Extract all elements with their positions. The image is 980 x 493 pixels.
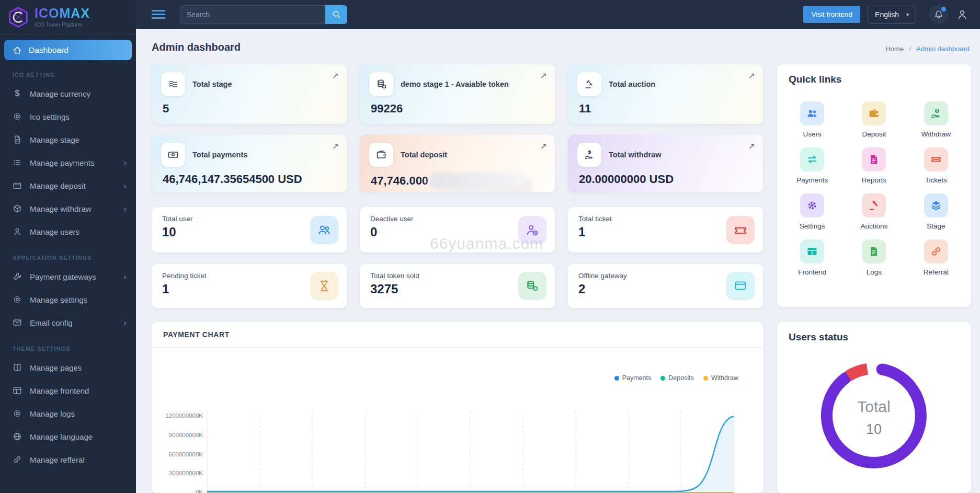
dollar-icon: $ bbox=[13, 89, 22, 98]
quick-link-label: Settings bbox=[800, 222, 825, 230]
stat-card-available-token: ↗ demo stage 1 - Avaiable token 99226 bbox=[360, 64, 555, 124]
hand-dollar-icon bbox=[584, 149, 595, 160]
sidebar-item-manage-language[interactable]: Manage language bbox=[0, 425, 136, 448]
sidebar-item-manage-withdraw[interactable]: Manage withdraw › bbox=[0, 197, 136, 220]
breadcrumb-home-link[interactable]: Home bbox=[885, 45, 904, 53]
card-icon bbox=[734, 279, 747, 293]
package-icon bbox=[13, 204, 22, 213]
gear-icon bbox=[13, 295, 22, 304]
quick-link-deposit[interactable]: Deposit bbox=[843, 97, 905, 143]
stat-value: 47,746.000 bbox=[369, 173, 545, 188]
quick-link-label: Reports bbox=[862, 176, 886, 184]
user-icon bbox=[13, 227, 22, 236]
profile-button[interactable] bbox=[956, 8, 968, 21]
wallet-icon bbox=[375, 149, 387, 160]
sidebar-item-label: Manage settings bbox=[30, 295, 87, 304]
sidebar-item-manage-stage[interactable]: Manage stage bbox=[0, 128, 136, 151]
stat-label: demo stage 1 - Avaiable token bbox=[401, 80, 509, 88]
stat-card-total-withdraw: ↗ Total withdraw 20.00000000 USD bbox=[568, 135, 763, 192]
quick-link-payments[interactable]: Payments bbox=[781, 143, 843, 189]
sidebar-item-email-config[interactable]: Email config › bbox=[0, 311, 136, 334]
external-link-arrow-icon[interactable]: ↗ bbox=[332, 71, 339, 81]
user-minus-icon bbox=[525, 223, 540, 237]
quick-link-reports[interactable]: Reports bbox=[843, 143, 905, 189]
stat-card-total-payments: ↗ Total payments 46,746,147.35654500 USD bbox=[152, 135, 347, 192]
sidebar-item-label: Email config bbox=[30, 318, 73, 327]
quick-link-frontend[interactable]: Frontend bbox=[781, 235, 843, 281]
external-link-arrow-icon[interactable]: ↗ bbox=[540, 141, 547, 151]
sidebar-item-dashboard[interactable]: Dashboard bbox=[4, 40, 132, 60]
notification-badge bbox=[941, 7, 946, 12]
chevron-right-icon: › bbox=[123, 204, 127, 213]
search-input[interactable] bbox=[180, 5, 325, 24]
chevron-down-icon: ▾ bbox=[906, 12, 909, 17]
stat-value: 11 bbox=[577, 102, 754, 116]
quick-link-referral[interactable]: Referral bbox=[905, 235, 967, 281]
brand-name: ICOMAX bbox=[35, 7, 90, 20]
stat-card-total-token-sold: Total token sold 3275 bbox=[360, 264, 555, 308]
breadcrumb-separator: / bbox=[909, 45, 911, 53]
sidebar-item-label: Ico settings bbox=[30, 112, 70, 121]
brand[interactable]: ICOMAX ICO Token Platform bbox=[0, 0, 136, 35]
hamburger-menu-icon[interactable] bbox=[152, 8, 165, 21]
table-icon bbox=[806, 246, 818, 257]
y-tick: 600000000K bbox=[169, 451, 203, 457]
quick-link-tickets[interactable]: Tickets bbox=[905, 143, 967, 189]
sidebar-item-label: Manage stage bbox=[30, 135, 79, 144]
admin-dashboard-app: ICOMAX ICO Token Platform Dashboard ICO … bbox=[0, 0, 980, 493]
layout-icon bbox=[13, 386, 22, 395]
search-button[interactable] bbox=[325, 5, 347, 24]
sidebar: ICOMAX ICO Token Platform Dashboard ICO … bbox=[0, 0, 136, 493]
stat-card-total-deposit: ↗ Total deposit 47,746.000 bbox=[360, 135, 555, 192]
external-link-arrow-icon[interactable]: ↗ bbox=[540, 71, 547, 81]
quick-link-users[interactable]: Users bbox=[781, 97, 843, 143]
external-link-arrow-icon[interactable]: ↗ bbox=[748, 141, 755, 151]
gear-icon bbox=[806, 200, 818, 211]
quick-link-auctions[interactable]: Auctions bbox=[843, 189, 905, 235]
quick-link-label: Payments bbox=[796, 176, 828, 184]
quick-link-stage[interactable]: Stage bbox=[905, 189, 967, 235]
envelope-icon bbox=[13, 318, 22, 327]
visit-frontend-button[interactable]: Visit frontend bbox=[803, 6, 860, 23]
sidebar-item-manage-frontend[interactable]: Manage frontend bbox=[0, 379, 136, 402]
search-icon bbox=[332, 10, 341, 19]
language-value: English bbox=[875, 10, 899, 19]
breadcrumb-current: Admin dashboard bbox=[916, 45, 970, 53]
sidebar-item-manage-deposit[interactable]: Manage deposit › bbox=[0, 174, 136, 197]
quick-link-withdraw[interactable]: $ Withdraw bbox=[905, 97, 967, 143]
sidebar-item-manage-refferal[interactable]: Manage refferal bbox=[0, 448, 136, 471]
language-select[interactable]: English ▾ bbox=[868, 6, 916, 24]
gavel-icon bbox=[868, 200, 880, 211]
quick-link-label: Stage bbox=[927, 222, 945, 230]
donut-center-value: 10 bbox=[866, 421, 882, 437]
sidebar-item-payment-gateways[interactable]: Payment gateways › bbox=[0, 265, 136, 288]
sidebar-item-manage-payments[interactable]: Manage payments › bbox=[0, 151, 136, 174]
external-link-arrow-icon[interactable]: ↗ bbox=[332, 141, 339, 151]
home-icon bbox=[13, 45, 22, 55]
quick-link-label: Referral bbox=[924, 268, 949, 276]
payment-chart-title: PAYMENT CHART bbox=[152, 322, 764, 348]
file-text-icon bbox=[868, 246, 880, 257]
notifications-button[interactable] bbox=[929, 5, 949, 25]
sidebar-item-manage-currency[interactable]: $ Manage currency bbox=[0, 82, 136, 105]
chevron-right-icon: › bbox=[123, 158, 127, 167]
y-tick: 1200000000K bbox=[165, 412, 203, 419]
stat-label: Total auction bbox=[609, 80, 655, 88]
sidebar-item-label: Manage pages bbox=[30, 363, 82, 372]
sidebar-item-manage-settings[interactable]: Manage settings bbox=[0, 288, 136, 311]
sidebar-item-label: Manage users bbox=[30, 227, 79, 236]
sidebar-item-manage-users[interactable]: Manage users bbox=[0, 220, 136, 243]
redacted-blur bbox=[430, 173, 525, 188]
sidebar-item-manage-logs[interactable]: Manage logs bbox=[0, 402, 136, 425]
quick-link-label: Tickets bbox=[925, 176, 947, 184]
gavel-icon bbox=[584, 78, 595, 90]
credit-card-icon bbox=[13, 181, 22, 190]
sidebar-item-label: Manage withdraw bbox=[30, 204, 92, 213]
sidebar-item-manage-pages[interactable]: Manage pages bbox=[0, 356, 136, 379]
external-link-arrow-icon[interactable]: ↗ bbox=[748, 71, 755, 81]
sidebar-item-ico-settings[interactable]: Ico settings bbox=[0, 105, 136, 128]
sidebar-item-label: Payment gateways bbox=[30, 272, 96, 281]
hourglass-icon bbox=[317, 279, 331, 293]
quick-link-settings[interactable]: Settings bbox=[781, 189, 843, 235]
quick-link-logs[interactable]: Logs bbox=[843, 235, 905, 281]
